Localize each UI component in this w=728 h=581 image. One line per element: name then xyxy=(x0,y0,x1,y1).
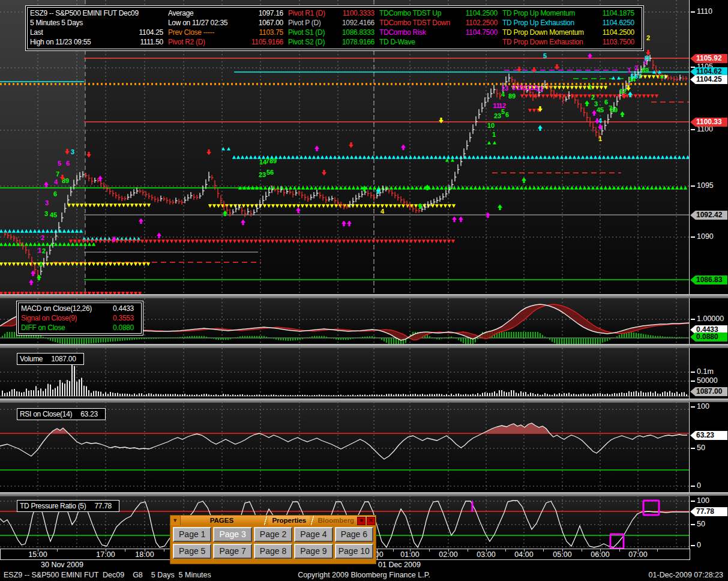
svg-text:6: 6 xyxy=(53,190,57,197)
legend-row: Pivot P (D)1092.4166 xyxy=(288,18,379,28)
svg-text:5: 5 xyxy=(543,52,547,59)
page-button-page-8[interactable]: Page 8 xyxy=(254,544,292,559)
page-button-page-10[interactable]: Page 10 xyxy=(335,544,373,559)
bloomberg-chart-window: 1212345367489563147892356411023564891112… xyxy=(0,0,728,581)
legend-row: Average1097.16 xyxy=(168,8,288,18)
status-symbol: ESZ9 -- S&P500 EMINI FUT Dec09 G8 5 Days… xyxy=(4,569,211,581)
svg-text:23: 23 xyxy=(259,171,266,178)
time-tick-label: 04:00 xyxy=(514,550,533,559)
time-tick-label: 18:00 xyxy=(135,550,154,559)
legend-group: ESZ9 -- S&P500 EMINI FUT Dec09 5 Minutes… xyxy=(30,8,168,47)
rsi-axis: 10050063.23 xyxy=(689,402,728,492)
price-axis: 111011051100109510901105.921104.621104.2… xyxy=(689,0,728,294)
rsi-legend-label: RSI on Close(14) xyxy=(20,409,72,419)
page-button-page-2[interactable]: Page 2 xyxy=(254,527,292,542)
svg-text:2: 2 xyxy=(646,34,650,41)
svg-text:1: 1 xyxy=(627,67,631,74)
volume-legend-value: 1087.00 xyxy=(51,354,80,364)
status-bar: ESZ9 -- S&P500 EMINI FUT Dec09 G8 5 Days… xyxy=(0,569,728,581)
axis-tick-label: 100 xyxy=(691,402,709,411)
tab-properties[interactable]: Properties xyxy=(268,516,310,525)
legend-row: Prev Close -----1103.75 xyxy=(168,28,288,37)
svg-text:56: 56 xyxy=(266,169,274,176)
page-button-page-6[interactable]: Page 6 xyxy=(335,527,373,542)
axis-tick-label: 0.1m xyxy=(691,367,714,376)
svg-text:6: 6 xyxy=(505,111,509,118)
axis-tick-label: 1.00000 xyxy=(691,315,724,323)
volume-legend-label: Volume xyxy=(20,354,43,364)
axis-value-badge: 1104.25 xyxy=(690,75,727,84)
time-tick-label: 17:00 xyxy=(96,550,115,559)
pages-popup-titlebar[interactable]: ▼ PAGES Properties Bloomberg ■ ✕ xyxy=(170,516,376,525)
panel-separator[interactable] xyxy=(0,294,728,298)
legend-row: TD D-Wave xyxy=(379,37,502,47)
axis-value-badge: 1105.92 xyxy=(690,54,727,63)
svg-text:7: 7 xyxy=(56,170,59,178)
date-label-left: 30 Nov 2009 xyxy=(41,561,83,569)
svg-text:H: H xyxy=(645,55,649,62)
svg-text:3: 3 xyxy=(45,199,49,206)
macd-legend-row: Signal on Close(9)0.3553 xyxy=(21,313,139,323)
restore-icon[interactable]: ■ xyxy=(357,517,366,525)
svg-text:89: 89 xyxy=(642,67,649,74)
legend-row: TDCombo TDST Up1104.2500 xyxy=(379,8,502,18)
svg-text:13: 13 xyxy=(501,85,508,92)
axis-tick-label: 1110 xyxy=(691,7,712,16)
legend-row: TD Prop Up Exhaustion1104.6250 xyxy=(502,18,639,28)
svg-text:1: 1 xyxy=(492,131,496,138)
svg-text:2: 2 xyxy=(634,64,638,71)
rsi-legend-box: RSI on Close(14) 63.23 xyxy=(17,408,106,420)
panel-separator[interactable] xyxy=(0,492,728,496)
svg-text:1: 1 xyxy=(39,260,43,268)
axis-tick-label: 50 xyxy=(691,444,705,452)
time-tick-label: 03:00 xyxy=(477,550,495,559)
legend-group: Average1097.16Low on 11/27 02:351067.00P… xyxy=(168,8,288,47)
svg-text:89: 89 xyxy=(508,92,516,100)
axis-tick-label: 100 xyxy=(691,496,709,505)
svg-text:4: 4 xyxy=(381,208,385,215)
page-button-page-5[interactable]: Page 5 xyxy=(173,544,211,559)
axis-tick-label: 1095 xyxy=(691,181,714,190)
time-tick-label: 05:00 xyxy=(553,550,571,559)
svg-text:3: 3 xyxy=(44,210,48,217)
svg-text:45: 45 xyxy=(50,211,57,218)
panel-separator[interactable] xyxy=(0,399,728,403)
legend-row: Pivot S1 (D)1086.8333 xyxy=(288,28,379,37)
macd-legend-box: MACD on Close(12,26)0.4433Signal on Clos… xyxy=(18,303,142,334)
page-button-page-7[interactable]: Page 7 xyxy=(213,544,251,559)
legend-row: Last1104.25 xyxy=(30,28,168,37)
td-pressure-axis: 10050077.78 xyxy=(689,496,728,549)
page-button-page-4[interactable]: Page 4 xyxy=(294,527,332,542)
svg-text:5: 5 xyxy=(58,160,61,167)
popup-brand-label: Bloomberg xyxy=(315,516,356,525)
svg-text:13: 13 xyxy=(536,85,543,92)
axis-value-badge: 0.0880 xyxy=(690,333,727,342)
popup-menu-icon[interactable]: ▼ xyxy=(170,516,181,525)
svg-text:789: 789 xyxy=(266,157,277,164)
svg-text:1: 1 xyxy=(588,83,592,91)
page-button-page-1[interactable]: Page 1 xyxy=(173,527,211,542)
volume-chart[interactable] xyxy=(0,348,689,399)
panel-separator[interactable] xyxy=(0,344,728,348)
svg-text:2: 2 xyxy=(41,234,44,241)
axis-value-badge: 1104.62 xyxy=(690,67,727,76)
svg-text:23: 23 xyxy=(494,112,501,119)
legend-row: Pivot R1 (D)1100.3333 xyxy=(288,8,379,18)
svg-text:89: 89 xyxy=(610,106,618,113)
macd-axis: 1.000000.44330.0880 xyxy=(689,298,728,344)
time-tick-label: 06:00 xyxy=(591,550,609,559)
page-button-page-3[interactable]: Page 3 xyxy=(213,527,251,542)
legend-group: Pivot R1 (D)1100.3333Pivot P (D)1092.416… xyxy=(288,8,379,47)
page-button-page-9[interactable]: Page 9 xyxy=(294,544,332,559)
close-icon[interactable]: ✕ xyxy=(367,517,375,525)
svg-text:6: 6 xyxy=(66,160,70,167)
svg-text:1: 1 xyxy=(598,135,602,142)
tdp-legend-value: 77.78 xyxy=(94,501,116,511)
svg-text:3: 3 xyxy=(71,148,74,155)
volume-panel xyxy=(0,348,689,399)
axis-value-badge: 77.78 xyxy=(690,507,727,516)
axis-value-badge: 63.23 xyxy=(690,431,727,440)
time-tick-label: 02:00 xyxy=(439,550,457,559)
axis-value-badge: 1086.83 xyxy=(690,275,727,284)
svg-text:45: 45 xyxy=(597,106,604,113)
